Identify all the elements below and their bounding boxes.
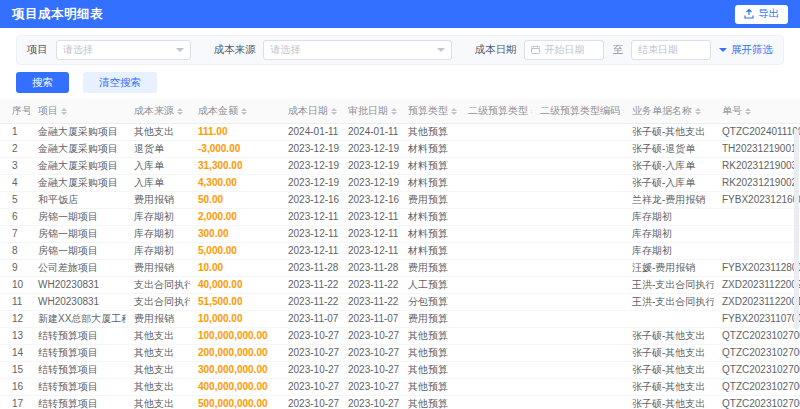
cell-document-number: QTZC20231027002: [714, 361, 800, 378]
column-label: 业务单据名称: [632, 105, 692, 116]
cell-secondary-budget-type: [460, 191, 532, 208]
cell-cost-date: 2023-10-27: [280, 344, 340, 361]
cell-budget-type: 费用预算: [400, 310, 460, 327]
column-header-project[interactable]: 项目: [30, 99, 126, 123]
table-row[interactable]: 12新建XX总部大厦工程二期费用报销10,000.002023-11-07202…: [0, 310, 800, 327]
cell-project: WH20230831: [30, 276, 126, 293]
table-row[interactable]: 6房锦一期项目库存期初2,000.002023-12-112023-12-11材…: [0, 208, 800, 225]
table-row[interactable]: 15结转预算项目其他支出300,000,000.002023-10-272023…: [0, 361, 800, 378]
cell-cost-source: 其他支出: [126, 378, 190, 395]
table-row[interactable]: 3金融大厦采购项目入库单31,300.002023-12-192023-12-1…: [0, 157, 800, 174]
table-row[interactable]: 13结转预算项目其他支出100,000,000.002023-10-272023…: [0, 327, 800, 344]
cell-budget-type: 分包预算: [400, 293, 460, 310]
column-header-cost-amount[interactable]: 成本金额: [190, 99, 280, 123]
cell-index: 11: [0, 293, 30, 310]
cell-approval-date: 2023-12-16: [340, 191, 400, 208]
sort-caret-icon[interactable]: [61, 108, 67, 115]
cell-cost-amount: 400,000,000.00: [190, 378, 280, 395]
cell-budget-type: 材料预算: [400, 157, 460, 174]
table-row[interactable]: 1金融大厦采购项目其他支出111.002024-01-112024-01-11其…: [0, 123, 800, 140]
cell-secondary-budget-type-code: [532, 140, 624, 157]
cell-project: 结转预算项目: [30, 378, 126, 395]
cell-approval-date: 2023-10-27: [340, 395, 400, 409]
cell-cost-date: 2023-12-11: [280, 208, 340, 225]
column-header-secondary-budget-type[interactable]: 二级预算类型: [460, 99, 532, 123]
cell-project: 结转预算项目: [30, 344, 126, 361]
table-row[interactable]: 7房锦一期项目库存期初300.002023-12-112023-12-11材料预…: [0, 225, 800, 242]
cell-secondary-budget-type-code: [532, 276, 624, 293]
sort-caret-icon[interactable]: [331, 108, 337, 115]
sort-caret-icon[interactable]: [695, 108, 701, 115]
table-row[interactable]: 17结转预算项目其他支出500,000,000.002023-10-272023…: [0, 395, 800, 409]
sort-caret-icon[interactable]: [391, 108, 397, 115]
column-header-approval-date[interactable]: 审批日期: [340, 99, 400, 123]
table-row[interactable]: 16结转预算项目其他支出400,000,000.002023-10-272023…: [0, 378, 800, 395]
cell-budget-type: 其他预算: [400, 361, 460, 378]
cost-date-filter-label: 成本日期: [474, 43, 516, 57]
table-row[interactable]: 4金融大厦采购项目入库单4,300.002023-12-192023-12-19…: [0, 174, 800, 191]
column-header-cost-source[interactable]: 成本来源: [126, 99, 190, 123]
sort-caret-icon[interactable]: [241, 108, 247, 115]
cell-secondary-budget-type-code: [532, 174, 624, 191]
column-header-business-document[interactable]: 业务单据名称: [624, 99, 714, 123]
start-date-input[interactable]: 开始日期: [524, 40, 604, 60]
page-title: 项目成本明细表: [12, 6, 103, 23]
date-range-separator: 至: [612, 43, 623, 57]
column-header-budget-type[interactable]: 预算类型: [400, 99, 460, 123]
table-row[interactable]: 8房锦一期项目库存期初5,000.002023-12-112023-12-11材…: [0, 242, 800, 259]
cell-project: WH20230831: [30, 293, 126, 310]
clear-search-button[interactable]: 清空搜索: [83, 72, 157, 93]
cell-cost-date: 2023-12-11: [280, 242, 340, 259]
export-button[interactable]: 导出: [735, 5, 788, 24]
column-header-secondary-budget-type-code[interactable]: 二级预算类型编码: [532, 99, 624, 123]
cell-index: 12: [0, 310, 30, 327]
column-header-cost-date[interactable]: 成本日期: [280, 99, 340, 123]
search-button[interactable]: 搜索: [16, 72, 69, 93]
table-body: 1金融大厦采购项目其他支出111.002024-01-112024-01-11其…: [0, 123, 800, 409]
table-row[interactable]: 14结转预算项目其他支出200,000,000.002023-10-272023…: [0, 344, 800, 361]
project-select[interactable]: 请选择: [56, 40, 191, 60]
cell-document-number: FYBX20231216001: [714, 191, 800, 208]
sort-caret-icon[interactable]: [745, 108, 751, 115]
cell-project: 和平饭店: [30, 191, 126, 208]
cell-approval-date: 2023-12-11: [340, 225, 400, 242]
cell-business-document: 张子硕-其他支出: [624, 395, 714, 409]
sort-caret-icon[interactable]: [451, 108, 457, 115]
cell-cost-amount: 300.00: [190, 225, 280, 242]
chevron-down-icon: [719, 48, 727, 52]
table-row[interactable]: 10WH20230831支出合同执行40,000.002023-11-22202…: [0, 276, 800, 293]
cell-budget-type: 费用预算: [400, 259, 460, 276]
column-header-document-number[interactable]: 单号: [714, 99, 800, 123]
column-label: 二级预算类型编码: [540, 105, 620, 116]
expand-filter-link[interactable]: 展开筛选: [719, 43, 773, 57]
cell-cost-date: 2023-10-27: [280, 361, 340, 378]
cell-secondary-budget-type: [460, 395, 532, 409]
sort-caret-icon[interactable]: [177, 108, 183, 115]
cell-project: 结转预算项目: [30, 327, 126, 344]
table-row[interactable]: 5和平饭店费用报销50.002023-12-162023-12-16费用预算兰祥…: [0, 191, 800, 208]
cell-secondary-budget-type-code: [532, 191, 624, 208]
cell-document-number: RK20231219002: [714, 174, 800, 191]
cell-secondary-budget-type-code: [532, 327, 624, 344]
cell-cost-amount: 500,000,000.00: [190, 395, 280, 409]
cell-cost-source: 入库单: [126, 174, 190, 191]
vertical-scrollbar[interactable]: [794, 129, 799, 329]
sort-caret-icon[interactable]: [623, 108, 624, 115]
end-date-input[interactable]: 结束日期: [631, 40, 711, 60]
cost-source-select[interactable]: 请选择: [263, 40, 452, 60]
cell-cost-source: 退货单: [126, 140, 190, 157]
cell-cost-date: 2023-11-22: [280, 276, 340, 293]
column-label: 二级预算类型: [468, 105, 528, 116]
cell-index: 13: [0, 327, 30, 344]
table-row[interactable]: 2金融大厦采购项目退货单-3,000.002023-12-192023-12-1…: [0, 140, 800, 157]
cell-index: 1: [0, 123, 30, 140]
project-select-placeholder: 请选择: [63, 43, 93, 57]
table-row[interactable]: 11WH20230831支出合同执行51,500.002023-11-22202…: [0, 293, 800, 310]
cell-secondary-budget-type-code: [532, 395, 624, 409]
sort-caret-icon[interactable]: [531, 108, 532, 115]
cell-budget-type: 其他预算: [400, 344, 460, 361]
cell-secondary-budget-type: [460, 344, 532, 361]
cell-approval-date: 2023-12-11: [340, 208, 400, 225]
cell-budget-type: 材料预算: [400, 140, 460, 157]
table-row[interactable]: 9公司差旅项目费用报销10.002023-11-282023-11-28费用预算…: [0, 259, 800, 276]
